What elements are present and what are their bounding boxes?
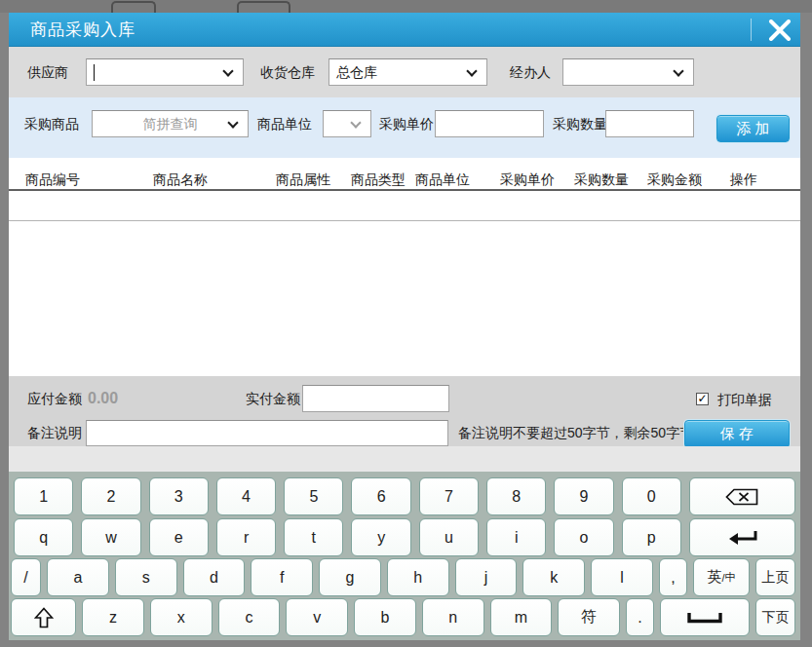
dialog-title: 商品采购入库 <box>30 13 135 47</box>
key-s[interactable]: s <box>115 558 177 596</box>
key-y[interactable]: y <box>351 518 410 556</box>
payable-value: 0.00 <box>88 385 118 412</box>
remark-input[interactable] <box>86 420 448 446</box>
comma-key[interactable]: , <box>659 558 687 596</box>
backspace-key[interactable] <box>689 477 795 515</box>
col-header-product-unit: 商品单位 <box>415 171 470 189</box>
key-8[interactable]: 8 <box>486 477 546 515</box>
purchase-inbound-dialog: 商品采购入库 供应商 收货仓库 总仓库 经办人 <box>9 13 800 640</box>
key-f[interactable]: f <box>251 558 313 596</box>
footer-spacer <box>9 446 800 472</box>
chevron-down-icon <box>673 65 683 76</box>
handler-dropdown[interactable] <box>562 58 694 86</box>
slash-key[interactable]: / <box>11 558 41 596</box>
key-n[interactable]: n <box>422 598 484 636</box>
shift-icon <box>34 607 54 628</box>
product-search-placeholder: 简拼查询 <box>93 111 248 136</box>
col-header-unit-price: 采购单价 <box>500 171 555 189</box>
background-window-fragment <box>111 1 156 13</box>
key-g[interactable]: g <box>319 558 381 596</box>
key-i[interactable]: i <box>486 518 546 556</box>
key-j[interactable]: j <box>455 558 518 596</box>
add-button[interactable]: 添 加 <box>716 115 790 142</box>
key-t[interactable]: t <box>284 518 343 556</box>
key-w[interactable]: w <box>81 518 140 556</box>
key-7[interactable]: 7 <box>419 477 479 515</box>
keyboard-row-asdf: / a s d f g h j k l , 英/中 上页 <box>11 558 795 596</box>
symbols-key[interactable]: 符 <box>558 598 620 636</box>
key-q[interactable]: q <box>14 518 73 556</box>
product-search-combo[interactable]: 简拼查询 <box>92 110 249 137</box>
warehouse-dropdown[interactable]: 总仓库 <box>329 58 487 86</box>
space-key[interactable] <box>660 598 750 636</box>
key-m[interactable]: m <box>490 598 553 636</box>
key-p[interactable]: p <box>622 518 681 556</box>
enter-key[interactable] <box>689 518 795 556</box>
page-up-key[interactable]: 上页 <box>755 558 795 596</box>
key-6[interactable]: 6 <box>351 477 410 515</box>
chevron-down-icon <box>222 65 233 76</box>
price-input[interactable] <box>435 110 544 137</box>
page-down-key[interactable]: 下页 <box>755 598 795 636</box>
language-toggle-key[interactable]: 英/中 <box>693 558 750 596</box>
key-1[interactable]: 1 <box>14 477 73 515</box>
backspace-icon <box>725 488 758 506</box>
background-window-strip <box>0 0 812 13</box>
shift-key[interactable] <box>11 598 76 636</box>
col-header-product-attr: 商品属性 <box>276 171 330 189</box>
key-b[interactable]: b <box>354 598 416 636</box>
key-x[interactable]: x <box>150 598 213 636</box>
key-e[interactable]: e <box>149 518 209 556</box>
key-d[interactable]: d <box>183 558 246 596</box>
col-header-product-name: 商品名称 <box>153 171 208 189</box>
key-a[interactable]: a <box>47 558 109 596</box>
col-header-product-code: 商品编号 <box>25 171 80 189</box>
save-button[interactable]: 保 存 <box>684 420 790 448</box>
key-0[interactable]: 0 <box>622 477 681 515</box>
supplier-dropdown[interactable] <box>86 58 244 86</box>
remark-label: 备注说明 <box>27 419 82 446</box>
supplier-label: 供应商 <box>27 58 68 86</box>
key-o[interactable]: o <box>554 518 613 556</box>
print-checkbox[interactable]: ✓ <box>696 393 709 405</box>
key-l[interactable]: l <box>591 558 653 596</box>
key-u[interactable]: u <box>419 518 479 556</box>
space-icon <box>687 612 722 624</box>
print-label: 打印单据 <box>717 386 772 413</box>
payable-label: 应付金额 <box>27 385 82 412</box>
key-h[interactable]: h <box>387 558 449 596</box>
price-label: 采购单价 <box>379 110 434 137</box>
warehouse-label: 收货仓库 <box>260 58 315 86</box>
product-label: 采购商品 <box>24 110 79 137</box>
dialog-titlebar: 商品采购入库 <box>9 13 800 47</box>
paid-input[interactable] <box>302 385 449 412</box>
key-v[interactable]: v <box>286 598 348 636</box>
period-key[interactable]: . <box>626 598 654 636</box>
keyboard-row-zxcv: z x c v b n m 符 . 下页 <box>11 598 795 636</box>
remark-hint: 备注说明不要超过50字节，剩余50字节 <box>458 419 693 447</box>
keyboard-row-numbers: 1 2 3 4 5 6 7 8 9 0 <box>14 477 795 515</box>
key-k[interactable]: k <box>522 558 585 596</box>
key-4[interactable]: 4 <box>216 477 276 515</box>
titlebar-divider <box>751 19 752 41</box>
table-header-divider <box>9 189 800 191</box>
close-icon <box>768 19 792 41</box>
paid-label: 实付金额 <box>246 385 300 412</box>
unit-label: 商品单位 <box>257 110 312 137</box>
key-9[interactable]: 9 <box>554 477 613 515</box>
key-2[interactable]: 2 <box>81 477 140 515</box>
key-3[interactable]: 3 <box>149 477 209 515</box>
col-header-product-type: 商品类型 <box>351 171 406 189</box>
unit-dropdown[interactable] <box>323 110 371 137</box>
enter-icon <box>726 530 757 546</box>
items-table: 商品编号 商品名称 商品属性 商品类型 商品单位 采购单价 采购数量 采购金额 … <box>9 158 800 376</box>
key-c[interactable]: c <box>218 598 281 636</box>
key-5[interactable]: 5 <box>284 477 343 515</box>
key-z[interactable]: z <box>82 598 144 636</box>
key-r[interactable]: r <box>216 518 276 556</box>
qty-input[interactable] <box>605 110 694 137</box>
text-cursor <box>94 64 95 81</box>
screen-background: 商品采购入库 供应商 收货仓库 总仓库 经办人 <box>0 0 812 647</box>
close-button[interactable] <box>763 17 796 44</box>
warehouse-value: 总仓库 <box>336 59 377 85</box>
